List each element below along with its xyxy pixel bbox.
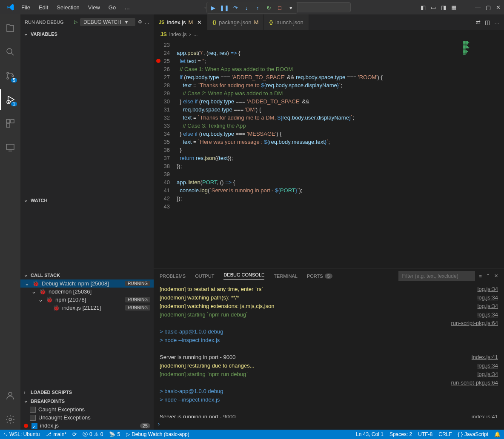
- encoding-status[interactable]: UTF-8: [418, 431, 432, 437]
- tab-package-json[interactable]: {}package.jsonM: [207, 14, 264, 30]
- breakpoint-item[interactable]: Uncaught Exceptions: [20, 413, 154, 422]
- source-link[interactable]: log.js:34: [478, 294, 498, 302]
- compare-changes-icon[interactable]: ⇄: [476, 19, 481, 26]
- ports-status[interactable]: 📡5: [109, 431, 120, 437]
- panel-tab-terminal[interactable]: TERMINAL: [274, 274, 298, 279]
- chevron-down-icon[interactable]: ▾: [286, 3, 296, 12]
- branch-status[interactable]: ⎇main*: [46, 431, 66, 437]
- menu-view[interactable]: View: [85, 3, 103, 12]
- code-editor[interactable]: app.post('/', (req, res) => { let text =…: [177, 39, 461, 268]
- account-icon[interactable]: [0, 385, 20, 406]
- source-link[interactable]: log.js:34: [478, 285, 498, 294]
- debug-config-select[interactable]: Debug Watch ▾: [80, 18, 135, 26]
- explorer-icon[interactable]: [0, 18, 20, 38]
- more-icon[interactable]: …: [494, 19, 500, 26]
- chevron-up-icon[interactable]: ⌃: [486, 273, 490, 279]
- breakpoints-header[interactable]: ⌄BREAKPOINTS: [20, 396, 154, 405]
- callstack-item[interactable]: ⌄🐞nodemon [25036]: [20, 288, 154, 296]
- menu-selection[interactable]: Selection: [53, 3, 83, 12]
- debug-step-out-icon[interactable]: ↑: [252, 3, 263, 12]
- minimap[interactable]: ████████████████████████████████████████…: [461, 39, 504, 268]
- callstack-item[interactable]: ⌄🐞npm [21078]RUNNING: [20, 296, 154, 304]
- checkbox[interactable]: [30, 415, 36, 421]
- watch-header[interactable]: ⌄WATCH: [20, 196, 154, 205]
- close-icon[interactable]: ✕: [496, 4, 501, 11]
- scm-icon[interactable]: 5: [0, 66, 20, 86]
- layout-side-icon[interactable]: ◨: [441, 4, 446, 11]
- debug-step-over-icon[interactable]: ↷: [230, 3, 241, 12]
- callstack-header[interactable]: ⌄CALL STACK: [20, 271, 154, 279]
- debug-continue-icon[interactable]: ▶: [208, 3, 218, 12]
- callstack-item[interactable]: 🐞index.js [21121]RUNNING: [20, 304, 154, 312]
- minimize-icon[interactable]: —: [475, 4, 481, 11]
- debug-icon[interactable]: 1: [0, 89, 20, 110]
- clear-console-icon[interactable]: ≡: [479, 274, 482, 279]
- breakpoint-item[interactable]: ✓index.js25: [20, 422, 154, 430]
- debug-stop-icon[interactable]: □: [275, 3, 285, 12]
- chevron-down-icon: ⌄: [24, 272, 29, 278]
- menu-edit[interactable]: Edit: [35, 3, 52, 12]
- console-prompt-icon[interactable]: ›: [158, 421, 160, 427]
- debug-step-into-icon[interactable]: ↓: [241, 3, 252, 12]
- settings-gear-icon[interactable]: [0, 409, 20, 430]
- menu-go[interactable]: Go: [105, 3, 119, 12]
- panel-tab-output[interactable]: OUTPUT: [195, 274, 214, 279]
- tab-launch-json[interactable]: {}launch.json: [264, 14, 309, 30]
- checkbox[interactable]: ✓: [32, 423, 37, 429]
- split-editor-icon[interactable]: ◫: [485, 19, 490, 26]
- sync-status[interactable]: ⟳: [72, 431, 77, 437]
- source-link[interactable]: log.js:34: [478, 370, 498, 379]
- breakpoint-dot-icon: [24, 424, 28, 428]
- debug-status[interactable]: ▷Debug Watch (basic-app): [126, 431, 189, 437]
- panel-tab-debug-console[interactable]: DEBUG CONSOLE: [223, 272, 264, 279]
- source-link[interactable]: log.js:34: [478, 302, 498, 311]
- language-status[interactable]: { } JavaScript: [458, 431, 488, 437]
- notifications-icon[interactable]: 🔔: [494, 431, 501, 437]
- remote-explorer-icon[interactable]: [0, 137, 20, 157]
- loaded-scripts-header[interactable]: ›LOADED SCRIPTS: [20, 388, 154, 396]
- close-tab-icon[interactable]: ✕: [197, 19, 202, 26]
- source-link[interactable]: index.js:41: [472, 353, 498, 362]
- debug-console-output[interactable]: [nodemon] to restart at any time, enter …: [154, 283, 504, 418]
- start-debug-icon[interactable]: ▷: [74, 19, 77, 25]
- source-link[interactable]: run-script-pkg.js:64: [451, 379, 498, 387]
- source-link[interactable]: log.js:34: [478, 311, 498, 319]
- indent-status[interactable]: Spaces: 2: [389, 431, 412, 437]
- layout-primary-icon[interactable]: ◧: [421, 4, 426, 11]
- debug-pause-icon[interactable]: ❚❚: [219, 3, 229, 12]
- svg-rect-6: [11, 120, 14, 123]
- source-link[interactable]: index.js:41: [472, 413, 498, 418]
- layout-panel-icon[interactable]: ▭: [431, 4, 436, 11]
- source-link[interactable]: log.js:34: [478, 362, 498, 370]
- console-filter-input[interactable]: [398, 271, 475, 281]
- checkbox[interactable]: [30, 407, 36, 413]
- source-link[interactable]: run-script-pkg.js:64: [451, 319, 498, 328]
- cursor-position[interactable]: Ln 43, Col 1: [356, 431, 384, 437]
- callstack-item[interactable]: ⌄🐞Debug Watch: npm [25008]RUNNING: [20, 279, 154, 288]
- layout-customize-icon[interactable]: ▦: [451, 4, 456, 11]
- tab-index-js[interactable]: JSindex.jsM✕: [154, 14, 207, 30]
- debug-toolbar: ▶ ❚❚ ↷ ↓ ↑ ↻ □ ▾: [206, 2, 298, 14]
- extensions-icon[interactable]: [0, 113, 20, 134]
- breakpoint-item[interactable]: Caught Exceptions: [20, 405, 154, 413]
- debug-restart-icon[interactable]: ↻: [263, 3, 274, 12]
- breadcrumb[interactable]: JS index.js › ...: [154, 30, 504, 39]
- menu-…[interactable]: …: [121, 3, 133, 12]
- search-icon[interactable]: [0, 42, 20, 62]
- more-icon[interactable]: …: [145, 20, 149, 25]
- panel-tab-ports[interactable]: PORTS5: [307, 274, 332, 279]
- line-gutter[interactable]: 2324252627282930313233343536373839404142…: [154, 39, 177, 268]
- panel-title: RUN AND DEBUG: [25, 20, 64, 25]
- maximize-icon[interactable]: ▢: [486, 4, 491, 11]
- eol-status[interactable]: CRLF: [438, 431, 452, 437]
- bottom-panel: PROBLEMSOUTPUTDEBUG CONSOLETERMINALPORTS…: [154, 268, 504, 430]
- problems-status[interactable]: ⓧ0 ⚠0: [83, 431, 103, 438]
- console-line: > basic-app@1.0.0 debug: [160, 387, 498, 396]
- remote-status[interactable]: ⇋WSL: Ubuntu: [3, 431, 40, 437]
- variables-header[interactable]: ⌄VARIABLES: [20, 29, 154, 38]
- menu-file[interactable]: File: [18, 3, 34, 12]
- gear-icon[interactable]: ⚙: [138, 19, 142, 25]
- close-panel-icon[interactable]: ✕: [494, 273, 498, 279]
- sync-icon: ⟳: [72, 431, 77, 437]
- panel-tab-problems[interactable]: PROBLEMS: [160, 274, 186, 279]
